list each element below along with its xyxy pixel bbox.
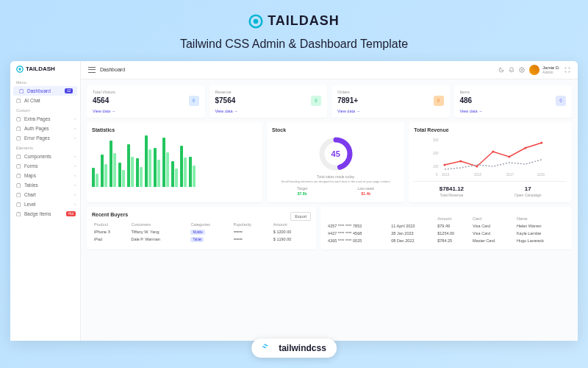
svg-point-13 xyxy=(476,165,478,167)
view-data-link[interactable]: View data → xyxy=(215,109,322,113)
svg-point-4 xyxy=(521,69,523,71)
table-header: Card xyxy=(470,215,514,222)
svg-point-15 xyxy=(509,155,511,158)
nav-icon: ▢ xyxy=(16,126,21,131)
tailwind-badge: tailwindcss xyxy=(251,339,337,358)
table-row[interactable]: iPhone XTiffany W. YangMobile━━━$ 1200.0… xyxy=(92,228,311,236)
sidebar-item[interactable]: ▢Extra Pages› xyxy=(10,114,80,124)
fullscreen-icon[interactable] xyxy=(564,67,570,73)
sidebar-section: Custom xyxy=(10,105,80,114)
svg-text:0: 0 xyxy=(436,173,438,177)
svg-point-12 xyxy=(460,160,462,162)
bar-group xyxy=(101,155,107,187)
stat-value: $7564 xyxy=(215,96,236,105)
bar-group xyxy=(154,148,160,187)
topbar: Dashboard Jamie D. Admin xyxy=(81,61,578,79)
nav-icon: ▢ xyxy=(16,211,21,216)
bell-icon[interactable] xyxy=(509,67,514,73)
chevron-icon: › xyxy=(74,192,76,197)
svg-text:200: 200 xyxy=(433,152,439,155)
moon-icon[interactable] xyxy=(498,67,504,73)
view-data-link[interactable]: View data → xyxy=(93,109,199,113)
chart-title: Stock xyxy=(272,127,399,132)
table-header: Name xyxy=(514,215,567,222)
nav-icon: ▢ xyxy=(16,98,21,103)
sidebar-item[interactable]: ▢Error Pages› xyxy=(10,133,80,143)
stat-card: Revenue$7564◊View data → xyxy=(209,85,328,118)
table-header: Categories xyxy=(188,221,231,228)
donut-caption: Total sales made today Small heading ele… xyxy=(282,174,390,184)
sidebar: TAILDASH Menu▢Dashboard12▢AI ChatCustom▢… xyxy=(10,61,81,341)
sidebar-section: Menu xyxy=(10,77,80,86)
nav-icon: ▢ xyxy=(16,173,21,178)
table-header: Product xyxy=(92,221,129,228)
table-header: Amount xyxy=(435,215,470,222)
user-menu[interactable]: Jamie D. Admin xyxy=(529,65,560,75)
svg-text:2015: 2015 xyxy=(474,173,482,177)
table-header xyxy=(389,215,435,222)
stat-card: Orders7891+◊View data → xyxy=(331,85,450,118)
svg-text:100: 100 xyxy=(433,165,439,169)
bar-group xyxy=(171,161,178,187)
table-row[interactable]: iPadDale P. WarmanTablet━━━$ 1190.00 xyxy=(92,236,311,243)
stat-value: 486 xyxy=(460,96,473,105)
badge: 12 xyxy=(65,88,73,93)
chevron-icon: › xyxy=(74,173,76,177)
nav-icon: ▢ xyxy=(19,88,24,93)
table-row[interactable]: 4265 **** **** 002508 Dec 2022$784.25Mas… xyxy=(326,237,567,244)
bar-group xyxy=(92,168,98,186)
svg-point-11 xyxy=(444,163,446,166)
sidebar-item[interactable]: ▢Components› xyxy=(10,152,80,161)
svg-point-16 xyxy=(525,146,527,149)
bar-group xyxy=(110,141,116,187)
table-title: Recent Buyers xyxy=(92,212,311,217)
user-role: Admin xyxy=(542,70,560,74)
sidebar-item[interactable]: ▢Chart› xyxy=(10,190,80,199)
settings-icon[interactable] xyxy=(519,67,525,73)
sidebar-item[interactable]: ▢Dashboard12 xyxy=(13,86,77,96)
bar-group xyxy=(162,138,169,186)
nav-icon: ▢ xyxy=(16,116,21,121)
chevron-icon: › xyxy=(74,116,76,121)
stat-label: Orders xyxy=(337,90,444,94)
sidebar-logo: TAILDASH xyxy=(10,66,80,77)
user-name: Jamie D. xyxy=(542,66,560,70)
view-data-link[interactable]: View data → xyxy=(460,109,567,113)
doc-icon: ◊ xyxy=(556,96,566,106)
chevron-icon: › xyxy=(74,183,76,187)
stat-card: Items486◊View data → xyxy=(454,85,573,118)
export-button[interactable]: Export xyxy=(290,212,311,221)
hero-subtitle: Tailwind CSS Admin & Dashboard Template xyxy=(0,38,588,51)
svg-text:2017: 2017 xyxy=(506,173,514,177)
chevron-icon: › xyxy=(74,202,76,206)
svg-text:300: 300 xyxy=(433,138,439,142)
transactions-card: AmountCardName4257 **** **** 785211 Apri… xyxy=(320,207,572,250)
dollar-icon: ◊ xyxy=(311,96,321,106)
chevron-icon: › xyxy=(74,126,76,130)
nav-icon: ▢ xyxy=(16,183,21,188)
revenue-card: Total Revenue 3002001000 201320152017201… xyxy=(409,122,572,202)
sidebar-item[interactable]: ▢Badge ItemsHot xyxy=(10,209,80,219)
table-header: Customers xyxy=(129,221,188,228)
sidebar-item[interactable]: ▢Forms› xyxy=(10,161,80,171)
nav-icon: ▢ xyxy=(16,154,21,159)
stat-value: 4564 xyxy=(93,96,109,105)
view-data-link[interactable]: View data → xyxy=(337,109,444,113)
chart-title: Total Revenue xyxy=(414,127,567,132)
menu-toggle-icon[interactable] xyxy=(88,67,96,73)
sidebar-item[interactable]: ▢Tables› xyxy=(10,180,80,190)
sidebar-section: Elements xyxy=(10,143,80,152)
table-row[interactable]: 4427 **** **** 456828 Jan 2023$1254.00Vi… xyxy=(326,230,567,237)
sidebar-item[interactable]: ▢Level› xyxy=(10,199,80,209)
chart-title: Statistics xyxy=(92,127,257,132)
nav-icon: ▢ xyxy=(16,135,21,141)
sidebar-item[interactable]: ▢Maps› xyxy=(10,171,80,180)
sidebar-item[interactable]: ▢AI Chat xyxy=(10,96,80,105)
stat-label: Total Visitors xyxy=(93,90,199,94)
svg-text:2013: 2013 xyxy=(442,173,450,177)
stock-card: Stock 45 Total sales made today Small he… xyxy=(267,122,404,202)
table-row[interactable]: 4257 **** **** 785211 April 2023$79.49Vi… xyxy=(326,222,567,230)
buyers-card: Export Recent Buyers ProductCustomersCat… xyxy=(87,207,316,250)
sidebar-item[interactable]: ▢Auth Pages› xyxy=(10,124,80,133)
chevron-icon: › xyxy=(74,135,76,140)
